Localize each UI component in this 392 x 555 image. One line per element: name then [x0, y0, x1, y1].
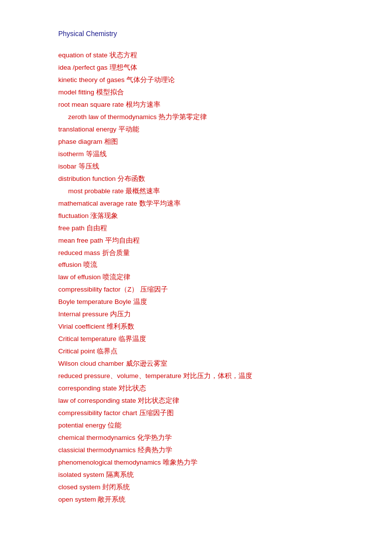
list-item: Critical point 临界点 [58, 345, 334, 358]
list-item: chemical thermodynamics 化学热力学 [58, 432, 334, 444]
list-item: mean free path 平均自由程 [58, 235, 334, 247]
list-item: fluctuation 涨落现象 [58, 210, 334, 222]
list-item: mathematical average rate 数学平均速率 [58, 198, 334, 210]
list-item: reduced mass 折合质量 [58, 247, 334, 259]
list-item: phenomenological themodynamics 唯象热力学 [58, 457, 334, 469]
list-item: Virial coefficient 维利系数 [58, 321, 334, 333]
list-item: most probable rate 最概然速率 [58, 185, 334, 198]
list-item: law of effusion 喷流定律 [58, 271, 334, 284]
list-item: distribution function 分布函数 [58, 173, 334, 185]
list-item: corresponding state 对比状态 [58, 383, 334, 395]
list-item: potential energy 位能 [58, 420, 334, 432]
list-item: Wilson cloud chamber 威尔逊云雾室 [58, 358, 334, 370]
list-item: idea /perfect gas 理想气体 [58, 62, 334, 74]
list-item: effusion 喷流 [58, 259, 334, 271]
list-item: free path 自由程 [58, 222, 334, 235]
list-item: equation of state 状态方程 [58, 49, 334, 62]
list-item: isobar 等压线 [58, 161, 334, 173]
list-item: closed system 封闭系统 [58, 481, 334, 494]
list-item: Critical temperature 临界温度 [58, 333, 334, 345]
term-list: equation of state 状态方程idea /perfect gas … [58, 49, 334, 506]
list-item: compressibility factor chart 压缩因子图 [58, 407, 334, 420]
list-item: open system 敞开系统 [58, 494, 334, 506]
list-item: classicial thermodynamics 经典热力学 [58, 444, 334, 457]
list-item: isotherm 等温线 [58, 148, 334, 161]
list-item: law of corresponding state 对比状态定律 [58, 395, 334, 407]
list-item: root mean square rate 根均方速率 [58, 99, 334, 111]
list-item: phase diagram 相图 [58, 136, 334, 148]
list-item: model fitting 模型拟合 [58, 86, 334, 99]
list-item: translational energy 平动能 [58, 124, 334, 136]
list-item: kinetic theory of gases 气体分子动理论 [58, 74, 334, 86]
list-item: zeroth law of thermodynamics 热力学第零定律 [58, 111, 334, 124]
list-item: isolated system 隔离系统 [58, 469, 334, 481]
list-item: Internal pressure 内压力 [58, 308, 334, 321]
list-item: Boyle temperature Boyle 温度 [58, 296, 334, 308]
list-item: compressibility factor（Z） 压缩因子 [58, 284, 334, 296]
page-title: Physical Chemistry [58, 30, 334, 38]
list-item: reduced pressure、volume、temperature 对比压力… [58, 370, 334, 383]
